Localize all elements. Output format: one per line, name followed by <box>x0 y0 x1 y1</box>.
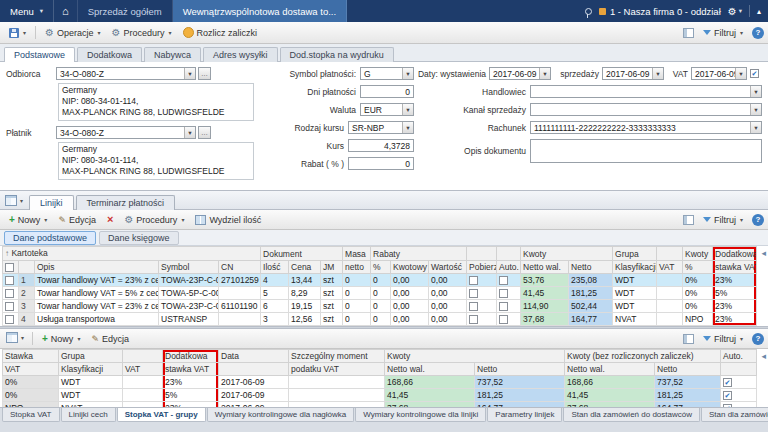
grid-cell[interactable]: 0 <box>343 313 371 326</box>
col-auto[interactable]: Auto. <box>497 261 521 274</box>
grid-cell[interactable]: WDT <box>59 376 123 389</box>
grid-menu-button[interactable]: ▾ <box>3 195 27 209</box>
grid-cell[interactable]: 27101259 <box>219 274 261 287</box>
kanal-sprzedazy-combo[interactable]: ▼ <box>530 103 762 116</box>
grid-cell[interactable]: 164,77 <box>569 313 613 326</box>
handlowiec-combo[interactable]: ▼ <box>530 85 762 98</box>
group-stawka[interactable]: Stawka <box>3 350 59 363</box>
grid-cell[interactable]: 0% <box>683 300 713 313</box>
table-row[interactable]: 3Towar handlowy VAT = 23% z cechami 002T… <box>3 300 757 313</box>
checkbox[interactable]: ✔ <box>723 404 732 407</box>
grid-cell[interactable]: 12,56 <box>289 313 321 326</box>
col-stawka-vat[interactable]: VAT <box>3 363 59 376</box>
checkbox[interactable] <box>5 276 14 285</box>
grid-cell[interactable]: szt <box>321 300 343 313</box>
grid-cell[interactable]: 53,76 <box>521 274 569 287</box>
tab-linijki[interactable]: Linijki <box>29 195 74 210</box>
checkbox-cell[interactable] <box>467 300 497 313</box>
grid-cell[interactable]: szt <box>321 274 343 287</box>
grid-menu-button[interactable]: ▾ <box>4 332 28 346</box>
grid-cell[interactable]: 2 <box>19 287 35 300</box>
grid-cell[interactable] <box>219 287 261 300</box>
grid-cell[interactable]: 23% <box>163 376 219 389</box>
checkbox-cell[interactable] <box>3 300 19 313</box>
tab-nabywca[interactable]: Nabywca <box>144 47 201 62</box>
grid-cell[interactable] <box>657 287 683 300</box>
platnik-lookup-icon[interactable]: … <box>198 126 211 139</box>
table-row[interactable]: 1Towar handlowy VAT = 23% z cechami 001T… <box>3 274 757 287</box>
col-netto-wal[interactable]: Netto wal. <box>385 363 475 376</box>
checkbox[interactable]: ✔ <box>723 391 732 400</box>
rabat-field[interactable]: 0 <box>348 157 414 170</box>
col-dodatkowa-stawka-vat[interactable]: stawka VAT <box>163 363 219 376</box>
group-grupa[interactable]: Grupa <box>613 247 657 261</box>
checkbox[interactable] <box>499 302 508 311</box>
filtruj-button[interactable]: Filtruj ▾ <box>698 26 748 40</box>
checkbox[interactable] <box>499 276 508 285</box>
col-jm[interactable]: JM <box>321 261 343 274</box>
grid-cell[interactable]: 23% <box>713 300 757 313</box>
grid-cell[interactable]: 5 <box>261 287 289 300</box>
grid-cell[interactable]: 3 <box>261 313 289 326</box>
checkbox[interactable]: ✔ <box>723 378 732 387</box>
dni-platnosci-field[interactable]: 0 <box>360 85 414 98</box>
grid-cell[interactable]: WDT <box>613 274 657 287</box>
group-dodatkowa[interactable]: Dodatkowa <box>163 350 219 363</box>
collapse-ribbon-icon[interactable]: ▴ <box>757 7 761 16</box>
checkbox-cell[interactable] <box>467 287 497 300</box>
grid-cell[interactable]: 23% <box>163 402 219 408</box>
group-kwoty[interactable]: Kwoty <box>385 350 565 363</box>
col-netto-wal[interactable]: Netto wal. <box>521 261 569 274</box>
tab-dod-stopka[interactable]: Dod.stopka na wydruku <box>280 47 394 62</box>
checkbox[interactable] <box>469 302 478 311</box>
col-netto-2[interactable]: Netto <box>655 363 721 376</box>
checkbox-cell[interactable]: ✔ <box>721 389 757 402</box>
odbiorca-combo[interactable]: 34-O-080-Z ▼ <box>56 67 196 80</box>
grid-cell[interactable]: 37,68 <box>565 402 655 408</box>
grid-cell[interactable]: 235,08 <box>569 274 613 287</box>
col-pobierz[interactable]: Pobierz <box>467 261 497 274</box>
company-selector[interactable]: 1 - Nasza firma 0 - oddział <box>599 6 721 17</box>
grid-cell[interactable]: 0,00 <box>429 313 467 326</box>
grid-cell[interactable]: 0% <box>3 376 59 389</box>
grid-cell[interactable]: WDT <box>613 287 657 300</box>
menu-button[interactable]: Menu ▾ <box>0 0 54 22</box>
doc-tab-wdt-active[interactable]: Wewnątrzwspólnotowa dostawa to... <box>173 0 347 22</box>
grid-cell[interactable]: NVAT <box>613 313 657 326</box>
grid-cell[interactable] <box>657 274 683 287</box>
rachunek-combo[interactable]: 1111111111-2222222222-3333333333 ▼ <box>530 121 762 134</box>
grid-cell[interactable] <box>123 389 163 402</box>
collapse-column-icon[interactable]: ◂ <box>761 351 766 361</box>
edycja-footer-button[interactable]: ✎ Edycja <box>86 332 134 346</box>
checkbox[interactable] <box>5 302 14 311</box>
checkbox[interactable] <box>469 289 478 298</box>
col-cena[interactable]: Cena <box>289 261 321 274</box>
checkbox-cell[interactable] <box>497 274 521 287</box>
grid-cell[interactable]: Usługa transportowa <box>35 313 159 326</box>
grid-cell[interactable]: 5% <box>713 287 757 300</box>
grid-cell[interactable] <box>123 376 163 389</box>
grid-cell[interactable]: 13,44 <box>289 274 321 287</box>
grid-cell[interactable]: 4 <box>19 313 35 326</box>
grid-cell[interactable]: USTRANSP <box>159 313 219 326</box>
group-rabaty[interactable]: Rabaty <box>371 247 467 261</box>
home-button[interactable]: ⌂ <box>54 0 78 22</box>
settings-gear-icon[interactable]: ⚙▾ <box>728 6 742 17</box>
col-podatku-vat[interactable]: podatku VAT <box>289 363 385 376</box>
grid-cell[interactable] <box>289 402 385 408</box>
grid-cell[interactable]: TOWA-23P-C-002 <box>159 300 219 313</box>
opis-dokumentu-field[interactable] <box>530 139 762 163</box>
filtruj-lines-button[interactable]: Filtruj ▾ <box>698 213 748 227</box>
grid-cell[interactable]: 168,66 <box>565 376 655 389</box>
checkbox-cell[interactable] <box>3 313 19 326</box>
grid-cell[interactable]: 164,77 <box>655 402 721 408</box>
grid-cell[interactable]: 41,45 <box>385 389 475 402</box>
grid-cell[interactable]: 0 <box>371 313 391 326</box>
grid-cell[interactable]: 2017-06-09 <box>219 402 289 408</box>
col-data[interactable] <box>219 363 289 376</box>
platnik-combo[interactable]: 34-O-080-Z ▼ <box>56 126 196 139</box>
grid-cell[interactable]: 181,25 <box>569 287 613 300</box>
grid-cell[interactable]: 41,45 <box>565 389 655 402</box>
col-klasyfikacji[interactable]: Klasyfikacji <box>613 261 657 274</box>
grid-cell[interactable]: 0 <box>343 274 371 287</box>
